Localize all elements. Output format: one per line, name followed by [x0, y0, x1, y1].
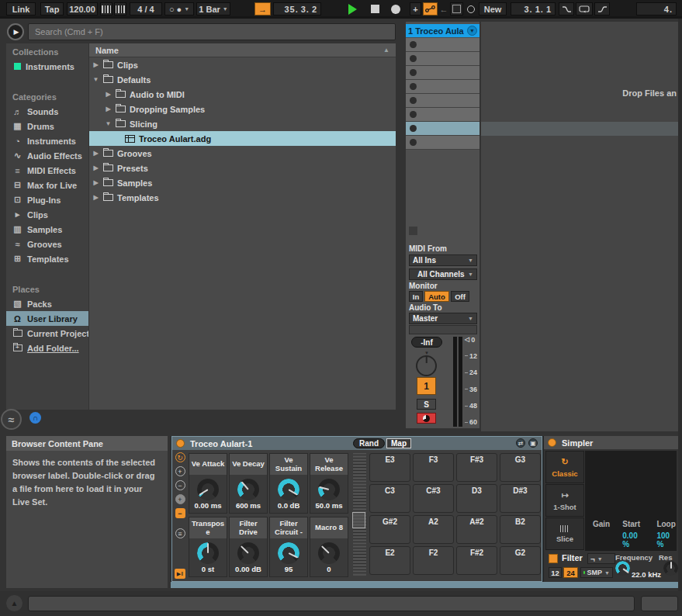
macro-knob[interactable] — [318, 542, 340, 564]
map-button[interactable]: Map — [386, 438, 411, 448]
drum-pad[interactable]: A#2 — [456, 515, 497, 544]
pan-control[interactable]: ▼ — [416, 351, 438, 377]
sidebar-item-packs[interactable]: ▧Packs — [6, 296, 88, 311]
resonance-knob[interactable] — [663, 561, 678, 576]
midi-channel-chooser[interactable]: All Channels▼ — [409, 268, 477, 280]
clip-slot[interactable] — [406, 66, 479, 80]
drum-pad[interactable]: G3 — [500, 453, 541, 482]
expander-icon[interactable]: ▶ — [105, 106, 112, 112]
fold-rack-icon[interactable]: − — [175, 508, 185, 518]
expander-icon[interactable]: ▼ — [105, 120, 112, 127]
sidebar-item-plug-ins[interactable]: ⊡Plug-Ins — [6, 192, 88, 207]
tree-item-troceo-aulart[interactable]: Troceo Aulart.adg — [89, 131, 396, 146]
selected-scene-row[interactable] — [481, 122, 678, 136]
instrument-rack-device[interactable]: Troceo Aulart-1 Rand Map ⇄ ▣ ↻ + − + − ≡… — [171, 436, 542, 582]
simpler-device[interactable]: Simpler ↻Classic ↦1-Shot Slice Gain Star… — [544, 436, 678, 582]
auto-select-icon[interactable]: ▶‖ — [175, 569, 185, 579]
pan-knob[interactable] — [416, 355, 437, 376]
macro-knob[interactable] — [278, 479, 299, 500]
slope-24-button[interactable]: 24 — [563, 567, 578, 578]
filter-toggle-checkbox[interactable] — [549, 554, 558, 563]
tab-classic[interactable]: ↻Classic — [545, 451, 584, 483]
punch-in-button[interactable] — [559, 2, 574, 16]
tree-item-presets[interactable]: ▶Presets — [89, 161, 396, 175]
add-macro-icon[interactable]: + — [175, 466, 185, 476]
reenable-automation-button[interactable]: ← — [439, 2, 448, 16]
rand-button[interactable]: Rand — [353, 438, 385, 448]
tab-slice[interactable]: Slice — [545, 517, 584, 550]
sidebar-item-clips[interactable]: ▸Clips — [6, 207, 88, 222]
drum-pad[interactable]: F#3 — [456, 453, 497, 482]
drum-pad[interactable]: B2 — [500, 515, 541, 544]
device-drop-strip[interactable] — [171, 582, 678, 588]
macro-knob[interactable] — [278, 542, 299, 564]
play-button[interactable] — [346, 2, 358, 16]
sample-display[interactable]: Gain Start0.00 % Loop100 % — [585, 451, 677, 551]
monitor-auto-button[interactable]: Auto — [424, 291, 449, 302]
frequency-knob[interactable] — [615, 561, 630, 576]
arrangement-position-field[interactable]: 35.3.2 — [273, 2, 321, 16]
record-button[interactable] — [389, 2, 401, 16]
macro-knob[interactable] — [237, 542, 259, 564]
drum-pad[interactable]: E2 — [369, 546, 410, 575]
sidebar-item-add-folder[interactable]: +Add Folder... — [6, 341, 88, 355]
hot-swap-icon[interactable]: ⇄ — [516, 438, 525, 448]
expander-icon[interactable]: ▶ — [105, 91, 112, 98]
tap-tempo-button[interactable]: Tap — [40, 2, 64, 16]
pad-overview[interactable] — [353, 453, 366, 576]
groove-pool-button[interactable]: ≈ — [1, 409, 22, 430]
show-macros-icon[interactable]: + — [175, 494, 185, 504]
new-button[interactable]: New — [479, 2, 507, 16]
track-stop-button[interactable] — [409, 227, 417, 235]
macro-knob[interactable] — [237, 479, 259, 500]
punch-out-button[interactable] — [594, 2, 610, 16]
link-button[interactable]: Link — [6, 2, 36, 16]
expander-icon[interactable]: ▶ — [92, 194, 99, 201]
sidebar-item-current-project[interactable]: Current Project — [6, 326, 88, 341]
slope-12-button[interactable]: 12 — [549, 567, 562, 578]
simpler-title-bar[interactable]: Simpler — [544, 436, 678, 449]
tree-item-dropping-samples[interactable]: ▶Dropping Samples — [89, 102, 396, 116]
expander-icon[interactable]: ▶ — [92, 150, 99, 157]
clip-slot[interactable] — [406, 108, 479, 122]
clip-slot[interactable] — [406, 136, 479, 150]
tempo-field[interactable]: 120.00 — [67, 2, 98, 16]
monitor-in-button[interactable]: In — [409, 291, 423, 302]
drum-pad[interactable]: F2 — [413, 546, 454, 575]
expander-icon[interactable]: ▶ — [92, 179, 99, 186]
time-signature-field[interactable]: 4 / 4 — [130, 2, 162, 16]
expand-status-button[interactable]: ▲ — [6, 595, 23, 611]
macro-knob[interactable] — [197, 479, 219, 500]
tab-one-shot[interactable]: ↦1-Shot — [545, 484, 584, 517]
tree-item-samples[interactable]: ▶Samples — [89, 175, 396, 190]
monitor-off-button[interactable]: Off — [451, 291, 469, 302]
pad-overview-viewport[interactable] — [352, 512, 365, 528]
tree-item-defaults[interactable]: ▼Defaults — [89, 72, 396, 87]
drum-pad[interactable]: F#2 — [456, 546, 497, 575]
tree-item-slicing[interactable]: ▼Slicing — [89, 116, 396, 131]
drum-pad[interactable]: C#3 — [413, 484, 454, 513]
macro-variations-icon[interactable]: ↻ — [175, 452, 185, 462]
sidebar-item-instruments-collection[interactable]: Instruments — [6, 59, 88, 74]
track-fold-button[interactable]: ▼ — [467, 26, 477, 36]
expander-icon[interactable]: ▼ — [92, 76, 99, 83]
solo-button[interactable]: S — [417, 399, 436, 410]
clip-slot[interactable] — [406, 80, 479, 94]
sidebar-item-user-library[interactable]: ΩUser Library — [6, 311, 88, 326]
clip-slot-selected[interactable] — [406, 122, 479, 136]
drum-pad[interactable]: E3 — [369, 453, 410, 482]
loop-button[interactable] — [576, 2, 593, 16]
sidebar-item-max-for-live[interactable]: ⊟Max for Live — [6, 178, 88, 192]
automation-arm-button[interactable] — [423, 2, 438, 16]
remove-macro-icon[interactable]: − — [175, 480, 185, 490]
sidebar-item-instruments[interactable]: ◔Instruments — [6, 133, 88, 148]
capture-midi-button[interactable] — [450, 2, 463, 16]
audio-output-chooser[interactable]: Master▼ — [409, 313, 477, 324]
clip-slot[interactable] — [406, 52, 479, 66]
preview-headphones-icon[interactable]: ∩ — [29, 412, 41, 424]
nudge-down-button[interactable] — [100, 2, 113, 16]
macro-knob[interactable] — [197, 542, 219, 564]
quantize-menu[interactable]: 1 Bar▼ — [196, 2, 230, 16]
clip-slot[interactable] — [406, 38, 479, 52]
stop-button[interactable] — [369, 2, 380, 16]
